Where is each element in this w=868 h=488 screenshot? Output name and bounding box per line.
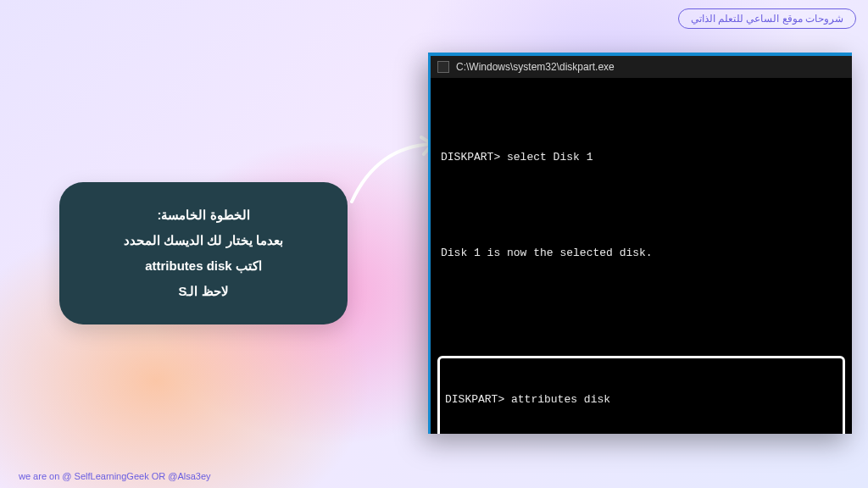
callout-line-1: الخطوة الخامسة: (78, 202, 329, 228)
step-callout: الخطوة الخامسة: بعدما يختار لك الديسك ال… (59, 182, 348, 324)
term-spacer (441, 198, 842, 214)
callout-line-3: اكتب attributes disk (78, 253, 329, 279)
term-line: DISKPART> select Disk 1 (441, 150, 842, 166)
terminal-body[interactable]: DISKPART> select Disk 1 Disk 1 is now th… (431, 78, 852, 434)
footer-credit: we are on @ SelfLearningGeek OR @Alsa3ey (19, 471, 211, 481)
footer-text: we are on @ SelfLearningGeek OR @Alsa3ey (19, 471, 211, 481)
brand-badge: شروحات موقع الساعي للتعلم الذاتي (678, 8, 856, 29)
terminal-app-icon (437, 61, 449, 73)
terminal-titlebar[interactable]: C:\Windows\system32\diskpart.exe (431, 56, 852, 78)
callout-line-2: بعدما يختار لك الديسك المحدد (78, 228, 329, 253)
term-line: DISKPART> attributes disk (445, 392, 837, 408)
terminal-block-select: DISKPART> select Disk 1 Disk 1 is now th… (441, 119, 842, 294)
terminal-title-text: C:\Windows\system32\diskpart.exe (456, 61, 615, 73)
highlighted-command-box: DISKPART> attributes disk Current Read-o… (437, 356, 845, 435)
diskpart-terminal-window: C:\Windows\system32\diskpart.exe DISKPAR… (428, 53, 852, 434)
brand-badge-text: شروحات موقع الساعي للتعلم الذاتي (691, 13, 843, 25)
term-line: Disk 1 is now the selected disk. (441, 246, 842, 262)
callout-line-4: لاحظ الـS (78, 279, 329, 304)
